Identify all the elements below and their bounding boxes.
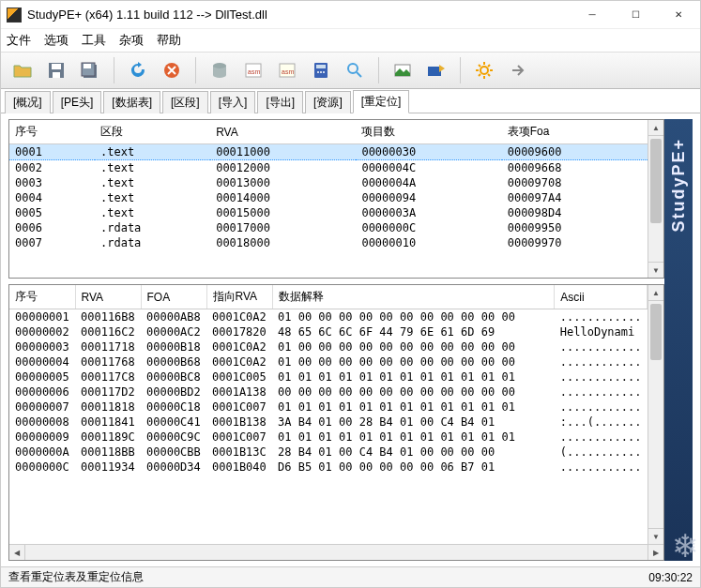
column-header[interactable]: 指向RVA bbox=[206, 285, 272, 309]
column-header[interactable]: 数据解释 bbox=[272, 285, 555, 309]
table-row[interactable]: 0006.rdata000170000000000C00009950 bbox=[9, 220, 648, 235]
tab-5[interactable]: [导出] bbox=[257, 91, 303, 113]
content-area: 序号区段RVA项目数表项Foa 0001.text000110000000003… bbox=[1, 113, 700, 566]
scroll-down-icon[interactable]: ▼ bbox=[648, 528, 663, 544]
cell: 0001C0A2 bbox=[206, 309, 272, 325]
cell: 00000006 bbox=[9, 384, 75, 400]
scroll-left-icon[interactable]: ◀ bbox=[9, 545, 25, 560]
tab-7[interactable]: [重定位] bbox=[353, 90, 410, 113]
column-header[interactable]: RVA bbox=[75, 285, 141, 309]
menu-2[interactable]: 工具 bbox=[82, 32, 106, 49]
tab-3[interactable]: [区段] bbox=[162, 91, 208, 113]
table-row[interactable]: 0000000C0001193400000D340001B040D6 B5 01… bbox=[9, 460, 648, 475]
table-row[interactable]: 000000040001176800000B680001C0A201 00 00… bbox=[9, 354, 648, 369]
table-row[interactable]: 0001.text000110000000003000009600 bbox=[9, 144, 648, 160]
menu-1[interactable]: 选项 bbox=[44, 32, 69, 49]
table-row[interactable]: 0004.text0001400000000094000097A4 bbox=[9, 190, 648, 205]
asm-button[interactable]: asm bbox=[239, 56, 267, 84]
column-header[interactable]: 表项Foa bbox=[502, 120, 648, 144]
maximize-button[interactable]: ☐ bbox=[614, 1, 657, 29]
svg-point-14 bbox=[317, 71, 319, 73]
close-button[interactable]: ✕ bbox=[657, 1, 700, 29]
cell: 48 65 6C 6C 6F 44 79 6E 61 6D 69 bbox=[272, 324, 555, 339]
table-row[interactable]: 000000090001189C00000C9C0001C00701 01 01… bbox=[9, 430, 648, 445]
table-row[interactable]: 0002.text000120000000004C00009668 bbox=[9, 160, 648, 176]
column-header[interactable]: 序号 bbox=[9, 285, 75, 309]
table-row[interactable]: 000000080001184100000C410001B1383A B4 01… bbox=[9, 415, 648, 430]
close-file-button[interactable] bbox=[158, 56, 186, 84]
cell: 00000094 bbox=[356, 190, 501, 205]
table-row[interactable]: 000000070001181800000C180001C00701 01 01… bbox=[9, 400, 648, 415]
table-row[interactable]: 000000030001171800000B180001C0A201 00 00… bbox=[9, 339, 648, 354]
table-row[interactable]: 0005.text000150000000003A000098D4 bbox=[9, 205, 648, 220]
scrollbar-horizontal[interactable]: ◀ ▶ bbox=[9, 544, 663, 560]
tab-1[interactable]: [PE头] bbox=[53, 91, 102, 113]
scrollbar-vertical[interactable]: ▲ ▼ bbox=[648, 285, 663, 544]
cell: 0000003A bbox=[356, 205, 501, 220]
column-header[interactable]: RVA bbox=[210, 120, 356, 144]
settings-button[interactable] bbox=[470, 56, 498, 84]
cell: 0001A138 bbox=[206, 384, 272, 400]
scroll-up-icon[interactable]: ▲ bbox=[648, 285, 663, 301]
cell: 00000CBB bbox=[141, 445, 206, 460]
scroll-thumb[interactable] bbox=[650, 139, 662, 223]
db-button[interactable] bbox=[206, 56, 234, 84]
cell: 01 00 00 00 00 00 00 00 00 00 00 00 bbox=[272, 354, 555, 369]
cell: 00011934 bbox=[75, 460, 141, 475]
menu-0[interactable]: 文件 bbox=[7, 32, 31, 49]
save-button[interactable] bbox=[42, 56, 70, 84]
cell: 0001C0A2 bbox=[206, 354, 272, 369]
cell: 00000B68 bbox=[141, 354, 206, 369]
toolbar: asmasm bbox=[1, 52, 700, 89]
tab-6[interactable]: [资源] bbox=[305, 91, 351, 113]
table-row[interactable]: 00000005000117C800000BC80001C00501 01 01… bbox=[9, 369, 648, 384]
cell: .text bbox=[95, 175, 210, 190]
refresh-button[interactable] bbox=[124, 56, 152, 84]
scroll-thumb[interactable] bbox=[650, 304, 662, 360]
table-row[interactable]: 0003.text000130000000004A00009708 bbox=[9, 175, 648, 190]
column-header[interactable]: FOA bbox=[141, 285, 206, 309]
scrollbar-vertical[interactable]: ▲ ▼ bbox=[648, 120, 663, 278]
column-header[interactable]: Ascii bbox=[555, 285, 648, 309]
tab-4[interactable]: [导入] bbox=[210, 91, 256, 113]
cell: 00009600 bbox=[502, 144, 648, 160]
cell: 00017000 bbox=[210, 220, 356, 235]
column-header[interactable]: 区段 bbox=[95, 120, 210, 144]
column-header[interactable]: 序号 bbox=[9, 120, 95, 144]
pic-icon bbox=[393, 61, 412, 80]
scroll-up-icon[interactable]: ▲ bbox=[648, 120, 663, 136]
cell: 00009668 bbox=[502, 160, 648, 176]
svg-rect-1 bbox=[52, 64, 61, 69]
cell: 00000C9C bbox=[141, 430, 206, 445]
cell: 0004 bbox=[9, 190, 95, 205]
minimize-button[interactable]: ─ bbox=[571, 1, 614, 29]
table-row[interactable]: 00000006000117D200000BD20001A13800 00 00… bbox=[9, 384, 648, 400]
search-button[interactable] bbox=[341, 56, 369, 84]
tab-0[interactable]: [概况] bbox=[5, 91, 51, 113]
open-folder-button[interactable] bbox=[8, 56, 37, 84]
scroll-down-icon[interactable]: ▼ bbox=[648, 262, 663, 278]
table-row[interactable]: 00000002000116C200000AC20001782048 65 6C… bbox=[9, 324, 648, 339]
svg-point-20 bbox=[480, 67, 488, 74]
asm2-button[interactable]: asm bbox=[273, 56, 301, 84]
scroll-right-icon[interactable]: ▶ bbox=[648, 545, 663, 560]
menu-3[interactable]: 杂项 bbox=[119, 32, 144, 49]
separator bbox=[460, 57, 461, 83]
table-row[interactable]: 00000001000116B800000AB80001C0A201 00 00… bbox=[9, 309, 648, 325]
cell: 00000BC8 bbox=[141, 369, 206, 384]
cell: 01 00 00 00 00 00 00 00 00 00 00 00 bbox=[272, 339, 555, 354]
pic-button[interactable] bbox=[389, 56, 417, 84]
cell: .rdata bbox=[95, 235, 210, 250]
cell: 01 00 00 00 00 00 00 00 00 00 00 00 bbox=[272, 309, 555, 325]
table-row[interactable]: 0000000A000118BB00000CBB0001B13C28 B4 01… bbox=[9, 445, 648, 460]
menu-4[interactable]: 帮助 bbox=[157, 32, 181, 49]
save-all-button[interactable] bbox=[76, 56, 104, 84]
tool-button[interactable] bbox=[422, 56, 450, 84]
tab-2[interactable]: [数据表] bbox=[103, 91, 160, 113]
cell: ............ bbox=[555, 430, 648, 445]
next-button[interactable] bbox=[504, 56, 532, 84]
table-row[interactable]: 0007.rdata000180000000001000009970 bbox=[9, 235, 648, 250]
column-header[interactable]: 项目数 bbox=[356, 120, 501, 144]
cell: ............ bbox=[555, 309, 648, 325]
calc-button[interactable] bbox=[307, 56, 335, 84]
